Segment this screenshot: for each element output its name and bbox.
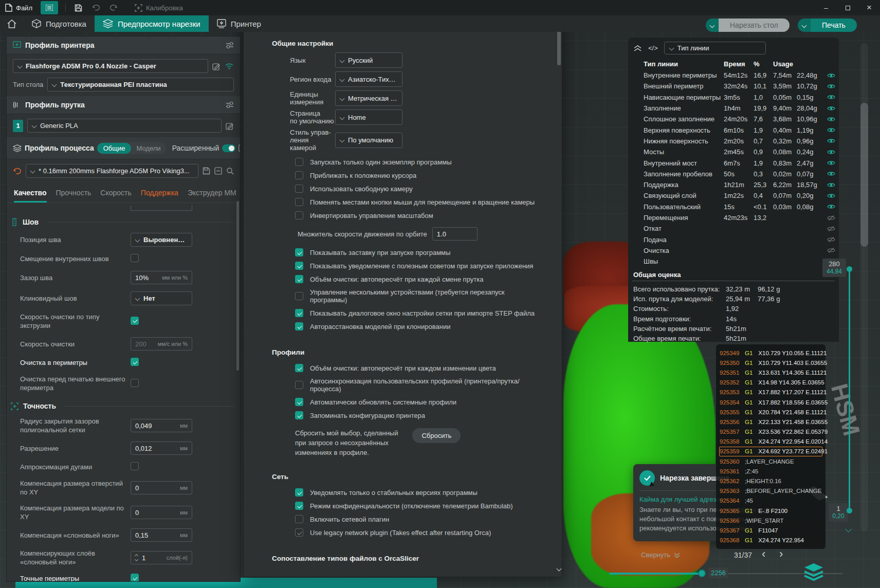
eye-off-icon[interactable] [826,247,837,253]
checkbox[interactable] [295,381,303,389]
process-tab[interactable]: Поддержка [141,189,178,203]
gcode-line[interactable]: 925358G1X24.274 Y22.954 E.02014 [719,437,822,447]
setting-input[interactable]: 0мм [131,506,192,519]
feature-row[interactable]: Подача [632,234,835,245]
gcode-line[interactable]: 925357G1X23.536 Y22.862 E.05379 [719,427,822,437]
setting-input[interactable]: 0,049мм [131,419,192,432]
eye-icon[interactable] [826,204,837,210]
gcode-line[interactable]: 925359G1X24.692 Y23.772 E.02491 [719,447,822,456]
reset-button[interactable]: Сбросить [412,428,461,443]
feature-row[interactable]: Швы [632,256,835,267]
checkbox[interactable] [295,211,303,219]
feature-row[interactable]: Очистка [632,245,835,256]
gcode-line[interactable]: 925366;WIPE_START [719,516,822,525]
eye-icon[interactable] [826,105,837,112]
eye-off-icon[interactable] [826,215,837,221]
tab-preview[interactable]: Предпросмотр нарезки [95,15,209,32]
edit-icon[interactable] [212,62,221,70]
sliders-icon[interactable] [226,42,234,49]
maximize-button[interactable] [837,0,858,15]
feature-row[interactable]: Откат [632,223,835,234]
spinner-arrows[interactable] [135,555,138,561]
checkbox[interactable] [295,411,303,419]
eye-icon[interactable] [826,138,837,144]
filament-index-badge[interactable]: 1 [13,120,23,132]
checkbox[interactable] [295,309,303,317]
save-preset-icon[interactable] [203,167,210,175]
feature-row[interactable]: Связующий слой1m22s0,40,07m0,20g [632,190,835,201]
gcode-line[interactable]: 925368G1X24.274 Y22.954 [719,536,822,545]
next-page-arrow[interactable]: › [779,550,783,558]
checkbox[interactable] [295,488,303,497]
minimize-button[interactable]: – [815,0,837,15]
feature-row[interactable]: Верхняя поверхность6m10s1,90,40m1,19g [632,124,835,135]
eye-icon[interactable] [826,171,837,177]
checkbox[interactable] [295,248,303,256]
feature-row[interactable]: Мосты2m45s0,90,08m0,24g [632,146,835,157]
gcode-line[interactable]: 925353G1X17.882 Y17.207 E.11121 [719,388,822,397]
undo-button[interactable] [87,1,105,14]
gcode-line[interactable]: 925354G1X17.882 Y18.556 E.03655 [719,397,822,407]
file-menu[interactable]: Файл [0,0,38,15]
tab-printer[interactable]: Принтер [209,15,269,32]
calibration-button[interactable]: Калибровка [130,0,188,15]
checkbox[interactable] [131,317,139,325]
checkbox[interactable] [131,254,139,262]
gcode-view-icon[interactable]: </> [648,44,658,52]
eye-icon[interactable] [826,149,837,155]
checkbox[interactable] [295,275,303,283]
layers-view-button[interactable] [803,562,824,583]
checkbox[interactable] [295,158,303,166]
gcode-line[interactable]: 925364;45 [719,496,822,506]
list-icon[interactable] [239,144,241,152]
gcode-line[interactable]: 925361;Z:45 [719,466,822,476]
gcode-line[interactable]: 925363;BEFORE_LAYER_CHANGE [719,486,822,496]
scrollbar-thumb[interactable] [557,29,561,65]
clipped-input[interactable] [131,205,192,211]
redo-button[interactable] [105,1,122,14]
feature-row[interactable]: Нависающие периметры3m5s1,00,05m0,15g [632,92,835,103]
prev-page-arrow[interactable]: ‹ [762,550,765,558]
eye-icon[interactable] [826,193,837,199]
eye-icon[interactable] [826,83,837,89]
layer-slider-range[interactable] [849,269,850,511]
process-tab[interactable]: Качество [14,189,47,203]
eye-off-icon[interactable] [826,226,837,232]
gcode-line[interactable]: 925355G1X20.784 Y21.458 E.11121 [719,407,822,417]
eye-icon[interactable] [826,127,837,133]
eye-icon[interactable] [826,72,837,79]
checkbox[interactable] [131,574,139,582]
checkbox[interactable] [295,364,303,372]
gcode-line[interactable]: 925360;LAYER_CHANGE [719,456,822,466]
eye-icon[interactable] [826,94,837,100]
gcode-line[interactable]: 925350G1X10.729 Y11.403 E.03655 [719,358,822,368]
advanced-toggle[interactable] [222,144,235,152]
gcode-line[interactable]: 925362;HEIGHT:0.16 [719,476,822,486]
setting-input[interactable]: 200мм/с или % [131,337,192,351]
feature-row[interactable]: Перемещения42m23s13,2 [632,212,835,223]
search-icon[interactable] [226,167,234,175]
feature-row[interactable]: Внутренние периметры54m12s16,97,54m22,48… [632,70,835,81]
orbit-speed-input[interactable]: 1.0 [432,227,478,241]
dialog-select[interactable]: Русский [335,52,402,68]
layer-slider-arrow[interactable] [846,524,851,534]
checkbox[interactable] [295,398,303,406]
gcode-line[interactable]: 925351G1X13.631 Y14.305 E.11121 [719,368,822,377]
eye-icon[interactable] [826,116,837,122]
gcode-line[interactable]: 925352G1X14.98 Y14.305 E.03655 [719,378,822,388]
checkbox[interactable] [295,198,303,206]
eye-icon[interactable] [826,182,837,188]
printer-preset-select[interactable]: Flashforge AD5M Pro 0.4 Nozzle - Casper [13,59,208,73]
dialog-select[interactable]: Азиатско-Тихоокеан... [335,71,402,87]
feature-row[interactable]: Нижняя поверхность2m20s0,70,32m0,96g [632,136,835,146]
process-tab[interactable]: Экструдер ММ [188,189,236,203]
dialog-select[interactable]: Метрическая СИ (m... [335,90,402,106]
gcode-line[interactable]: 925356G1X22.133 Y21.458 E.03655 [719,417,822,427]
dialog-scrollbar[interactable] [557,21,561,574]
edit-icon[interactable] [226,122,234,130]
spin-down-icon[interactable] [135,558,138,561]
process-tab[interactable]: Прочность [56,189,91,203]
layer-slider-handle-bottom[interactable] [847,508,852,513]
setting-input[interactable]: 0,15мм [131,528,192,542]
slice-dropdown[interactable] [706,19,719,32]
